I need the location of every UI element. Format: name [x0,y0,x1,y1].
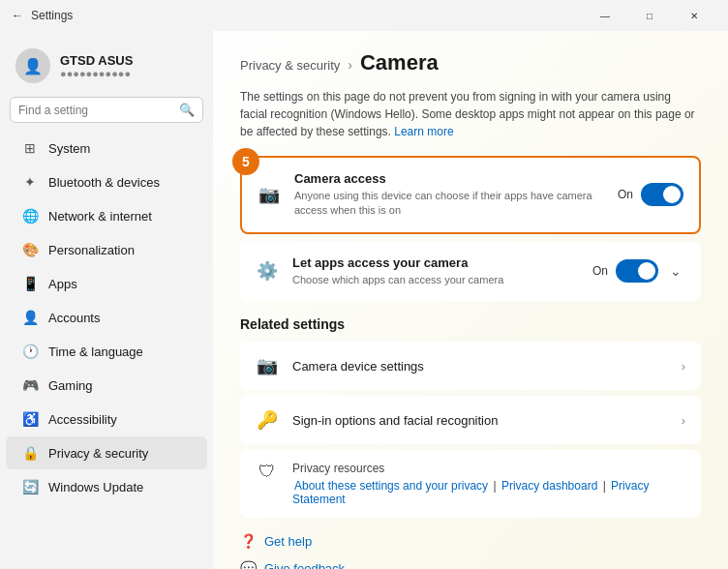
sidebar-label-bluetooth: Bluetooth & devices [48,175,160,190]
camera-access-status: On [618,188,633,201]
camera-icon: 📷 [258,184,281,205]
time-icon: 🕐 [21,343,39,360]
sidebar-item-system[interactable]: ⊞ System [6,132,207,165]
sidebar-label-personalization: Personalization [48,243,135,257]
related-settings-title: Related settings [240,316,701,332]
sidebar-item-privacy[interactable]: 🔒 Privacy & security [6,436,207,469]
sidebar-label-time: Time & language [48,344,143,359]
let-apps-status: On [592,264,608,278]
footer-links: ❓ Get help 💬 Give feedback [240,527,701,569]
close-button[interactable]: ✕ [672,0,716,31]
let-apps-expand-button[interactable]: ⌄ [666,259,685,283]
titlebar-title: Settings [31,9,73,22]
let-apps-desc: Choose which apps can access your camera [292,273,579,287]
sidebar-label-gaming: Gaming [48,378,93,393]
minimize-button[interactable]: — [583,0,627,31]
windows-update-icon: 🔄 [21,478,39,495]
camera-access-title: Camera access [294,171,604,186]
camera-device-icon: 📷 [256,355,279,376]
page-title: Camera [360,50,439,75]
sidebar-item-apps[interactable]: 📱 Apps [6,267,207,300]
let-apps-title: Let apps access your camera [292,255,579,270]
let-apps-card: ⚙️ Let apps access your camera Choose wh… [240,242,701,301]
sidebar-label-windows-update: Windows Update [48,480,143,494]
get-help-link[interactable]: ❓ Get help [240,527,701,554]
sidebar-item-windows-update[interactable]: 🔄 Windows Update [6,470,207,503]
let-apps-text: Let apps access your camera Choose which… [292,255,579,287]
camera-device-settings-item[interactable]: 📷 Camera device settings › [240,342,701,390]
sidebar-label-apps: Apps [48,277,77,291]
sidebar-label-accessibility: Accessibility [48,412,117,427]
privacy-resources-title: Privacy resources [292,462,685,475]
give-feedback-icon: 💬 [240,560,257,569]
user-info: GTSD ASUS ●●●●●●●●●●● [60,53,133,79]
accounts-icon: 👤 [21,309,39,326]
privacy-resources-card: 🛡 Privacy resources About these settings… [240,450,701,518]
let-apps-control: On ⌄ [592,259,685,283]
privacy-links-row: About these settings and your privacy | … [292,479,685,506]
camera-device-chevron: › [682,359,685,374]
main-content: Privacy & security › Camera The settings… [213,31,728,569]
give-feedback-link[interactable]: 💬 Give feedback [240,554,701,569]
camera-access-text: Camera access Anyone using this device c… [294,171,604,219]
user-sub: ●●●●●●●●●●● [60,68,133,79]
apps-camera-icon: ⚙️ [256,260,279,282]
user-profile[interactable]: 👤 GTSD ASUS ●●●●●●●●●●● [0,39,213,97]
camera-device-label: Camera device settings [292,359,668,374]
sidebar-label-privacy: Privacy & security [48,446,148,461]
network-icon: 🌐 [21,207,39,225]
titlebar: ← Settings — □ ✕ [0,0,728,31]
search-input[interactable] [18,104,173,117]
accessibility-icon: ♿ [21,410,39,428]
signin-icon: 🔑 [256,409,279,431]
privacy-icon: 🔒 [21,444,39,462]
maximize-button[interactable]: □ [627,0,672,31]
page-header: Privacy & security › Camera [240,50,701,78]
titlebar-controls: — □ ✕ [583,0,716,31]
sidebar-nav: ⊞ System ✦ Bluetooth & devices 🌐 Network… [0,131,213,504]
sidebar-item-accounts[interactable]: 👤 Accounts [6,301,207,334]
breadcrumb-separator: › [348,57,352,73]
personalization-icon: 🎨 [21,241,39,258]
get-help-icon: ❓ [240,533,257,549]
page-description: The settings on this page do not prevent… [240,88,701,140]
sidebar-item-personalization[interactable]: 🎨 Personalization [6,233,207,266]
signin-facial-item[interactable]: 🔑 Sign-in options and facial recognition… [240,396,701,444]
sidebar-label-accounts: Accounts [48,311,100,325]
search-bar[interactable]: 🔍 [10,97,203,123]
search-icon: 🔍 [179,103,195,117]
sidebar-item-accessibility[interactable]: ♿ Accessibility [6,403,207,435]
sidebar-item-gaming[interactable]: 🎮 Gaming [6,369,207,402]
breadcrumb-parent: Privacy & security [240,58,340,73]
app-body: 👤 GTSD ASUS ●●●●●●●●●●● 🔍 ⊞ System ✦ Blu… [0,31,728,569]
camera-access-toggle[interactable] [641,183,683,206]
privacy-links: Privacy resources About these settings a… [292,462,685,506]
back-icon: ← [12,9,23,22]
sidebar-label-network: Network & internet [48,209,152,224]
titlebar-left: ← Settings [12,9,73,22]
learn-more-link[interactable]: Learn more [394,125,453,138]
avatar: 👤 [15,48,50,83]
sidebar-item-bluetooth[interactable]: ✦ Bluetooth & devices [6,165,207,198]
sidebar-label-system: System [48,141,90,156]
give-feedback-label: Give feedback [264,561,345,569]
sidebar: 👤 GTSD ASUS ●●●●●●●●●●● 🔍 ⊞ System ✦ Blu… [0,31,213,569]
sidebar-item-time[interactable]: 🕐 Time & language [6,335,207,368]
camera-access-desc: Anyone using this device can choose if t… [294,189,604,219]
apps-icon: 📱 [21,275,39,292]
user-name: GTSD ASUS [60,53,133,68]
system-icon: ⊞ [21,139,39,157]
let-apps-toggle[interactable] [616,259,658,283]
privacy-resources-icon: 🛡 [256,462,279,482]
step-badge: 5 [232,148,259,175]
bluetooth-icon: ✦ [21,173,39,191]
about-settings-link[interactable]: About these settings and your privacy [294,479,488,493]
privacy-dashboard-link[interactable]: Privacy dashboard [501,479,597,493]
gaming-icon: 🎮 [21,376,39,394]
camera-access-control: On [618,183,683,206]
sidebar-item-network[interactable]: 🌐 Network & internet [6,199,207,232]
signin-chevron: › [682,413,685,428]
signin-facial-label: Sign-in options and facial recognition [292,413,668,428]
camera-access-card: 5 📷 Camera access Anyone using this devi… [240,156,701,234]
get-help-label: Get help [264,534,312,549]
